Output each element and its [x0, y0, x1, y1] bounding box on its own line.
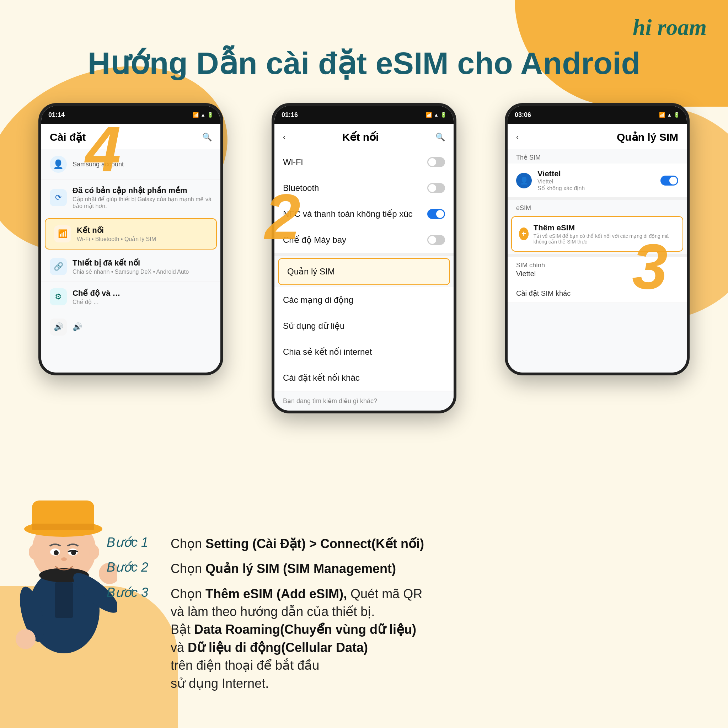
data-usage-label: Sử dụng dữ liệu	[283, 321, 344, 331]
settings-item-devices[interactable]: 🔗 Thiết bị đã kết nối Chia sẻ nhanh • Sa…	[41, 252, 220, 282]
signal-icon-1: 📶	[193, 112, 199, 118]
screen-1-title: Cài đặt	[50, 131, 86, 143]
update-text: Đã có bản cập nhật phần mềm Cập nhật để …	[72, 186, 212, 210]
wifi-icon-1: ▲	[200, 112, 205, 118]
settings-item-sound[interactable]: 🔊 🔊	[41, 312, 220, 342]
separator-2	[508, 197, 687, 200]
update-icon: ⟳	[50, 189, 67, 206]
screen-3-title: Quản lý SIM	[617, 131, 678, 143]
conn-item-wifi[interactable]: Wi-Fi	[274, 149, 454, 175]
esim-add-icon: +	[519, 228, 529, 240]
viettel-toggle[interactable]	[661, 176, 678, 185]
devices-text: Thiết bị đã kết nối Chia sẻ nhanh • Sams…	[72, 258, 212, 275]
signal-icon-3: 📶	[659, 112, 665, 118]
samsung-account-item[interactable]: 👤 Samsung account	[41, 149, 220, 179]
back-arrow-2[interactable]: ‹	[283, 133, 286, 142]
step-number-1: 4	[85, 117, 121, 181]
svg-point-14	[54, 550, 59, 555]
connect-subtitle: Wi-Fi • Bluetooth • Quản lý SIM	[77, 236, 208, 242]
status-bar-1: 01:14 📶 ▲ 🔋	[48, 111, 213, 119]
svg-point-10	[16, 629, 35, 649]
sim-card-info: Viettel Viettel Số không xác định	[537, 169, 655, 191]
screen-3-header: ‹ Quản lý SIM	[508, 124, 687, 149]
conn-item-airplane[interactable]: Chế độ Máy bay	[274, 227, 454, 253]
screen-1-header: Cài đặt 🔍	[41, 124, 220, 149]
step-2-label: Bước 2	[107, 560, 164, 575]
phone-1-icons: 📶 ▲ 🔋	[193, 112, 213, 118]
search-footer[interactable]: Bạn đang tìm kiếm điều gì khác?	[274, 391, 454, 411]
step-3-desc: Chọn Thêm eSIM (Add eSIM), Quét mã QR và…	[171, 585, 422, 693]
instruction-row-1: Bước 1 Chọn Setting (Cài Đặt) > Connect(…	[107, 535, 707, 553]
instruction-row-3: Bước 3 Chọn Thêm eSIM (Add eSIM), Quét m…	[107, 585, 707, 693]
mode-icon: ⚙	[50, 288, 67, 305]
devices-icon: 🔗	[50, 258, 67, 275]
sim-mgmt-label: Quản lý SIM	[287, 267, 335, 277]
sim-card-detail: Viettel	[537, 179, 655, 185]
main-title: Hướng Dẫn cài đặt eSIM cho Android	[0, 46, 728, 81]
nfc-label: NFC và thanh toán không tiếp xúc	[283, 209, 413, 219]
sound-text: 🔊	[72, 323, 212, 332]
svg-rect-11	[55, 582, 73, 618]
conn-item-networks[interactable]: Các mạng di động	[274, 287, 454, 313]
mode-text: Chế độ và … Chế độ …	[72, 289, 212, 305]
wifi-icon-2: ▲	[434, 112, 439, 118]
wifi-toggle[interactable]	[427, 157, 445, 167]
connect-text: Kết nối Wi-Fi • Bluetooth • Quản lý SIM	[77, 226, 208, 242]
other-conn-label: Cài đặt kết nối khác	[283, 373, 360, 383]
search-footer-text: Bạn đang tìm kiếm điều gì khác?	[283, 398, 377, 405]
nfc-toggle[interactable]	[427, 209, 445, 219]
update-title: Đã có bản cập nhật phần mềm	[72, 186, 212, 195]
connect-title: Kết nối	[77, 226, 208, 235]
conn-item-sim[interactable]: Quản lý SIM	[278, 258, 450, 285]
logo-roam: roam	[657, 15, 707, 40]
conn-item-nfc[interactable]: NFC và thanh toán không tiếp xúc	[274, 201, 454, 227]
sound-icon: 🔊	[50, 318, 67, 336]
phone-3-icons: 📶 ▲ 🔋	[659, 112, 680, 118]
sim-card-detail2: Số không xác định	[537, 185, 655, 191]
step-1-desc: Chọn Setting (Cài Đặt) > Connect(Kết nối…	[171, 535, 424, 553]
mode-title: Chế độ và …	[72, 289, 212, 298]
phone-3-time: 03:06	[515, 111, 531, 119]
search-icon-1[interactable]: 🔍	[202, 133, 212, 142]
settings-item-mode[interactable]: ⚙ Chế độ và … Chế độ …	[41, 282, 220, 312]
sim-card-name: Viettel	[537, 169, 655, 179]
share-label: Chia sẻ kết nối internet	[283, 347, 372, 357]
search-icon-2[interactable]: 🔍	[436, 133, 445, 142]
step-2-desc: Chọn Quản lý SIM (SIM Management)	[171, 560, 396, 578]
phone-2: 01:16 📶 ▲ 🔋 ‹ Kết nối 🔍 Wi-Fi Blue	[272, 103, 456, 413]
phone-1-screen: Cài đặt 🔍 👤 Samsung account ⟳ Đã có bản …	[41, 124, 220, 373]
airplane-toggle[interactable]	[427, 235, 445, 245]
step-1-label: Bước 1	[107, 535, 164, 550]
sound-title: 🔊	[72, 323, 212, 332]
mode-subtitle: Chế độ …	[72, 298, 212, 305]
phone-2-icons: 📶 ▲ 🔋	[426, 112, 447, 118]
svg-rect-4	[32, 524, 94, 530]
conn-item-data[interactable]: Sử dụng dữ liệu	[274, 313, 454, 339]
settings-item-connect[interactable]: 📶 Kết nối Wi-Fi • Bluetooth • Quản lý SI…	[45, 218, 217, 249]
phones-container: 01:14 📶 ▲ 🔋 Cài đặt 🔍 👤 Samsung account …	[18, 103, 710, 413]
update-subtitle: Cập nhật để giúp thiết bị Galaxy của bạn…	[72, 196, 212, 210]
phone-1: 01:14 📶 ▲ 🔋 Cài đặt 🔍 👤 Samsung account …	[38, 103, 223, 375]
conn-item-other[interactable]: Cài đặt kết nối khác	[274, 365, 454, 391]
devices-title: Thiết bị đã kết nối	[72, 258, 212, 268]
back-arrow-3[interactable]: ‹	[516, 133, 518, 142]
wifi-label: Wi-Fi	[283, 157, 303, 167]
phone-3-notch: 03:06 📶 ▲ 🔋	[508, 106, 687, 124]
bluetooth-toggle[interactable]	[427, 183, 445, 193]
sim-card-icon: 👤	[516, 173, 532, 188]
sim-section-label: Thẻ SIM	[508, 149, 687, 164]
screen-2-title: Kết nối	[342, 131, 379, 143]
separator-1	[274, 253, 454, 256]
settings-item-update[interactable]: ⟳ Đã có bản cập nhật phần mềm Cập nhật đ…	[41, 179, 220, 216]
phone-1-notch: 01:14 📶 ▲ 🔋	[41, 106, 220, 124]
account-avatar: 👤	[50, 156, 67, 173]
conn-item-bluetooth[interactable]: Bluetooth	[274, 175, 454, 201]
step-number-2: 2	[265, 185, 300, 249]
svg-point-18	[89, 545, 99, 559]
conn-item-share[interactable]: Chia sẻ kết nối internet	[274, 339, 454, 365]
battery-icon-3: 🔋	[674, 112, 680, 118]
step-number-3: 3	[632, 235, 668, 298]
networks-label: Các mạng di động	[283, 295, 353, 305]
phone-2-screen: ‹ Kết nối 🔍 Wi-Fi Bluetooth NFC và thanh…	[274, 124, 454, 411]
sim-card-item[interactable]: 👤 Viettel Viettel Số không xác định	[508, 164, 687, 197]
